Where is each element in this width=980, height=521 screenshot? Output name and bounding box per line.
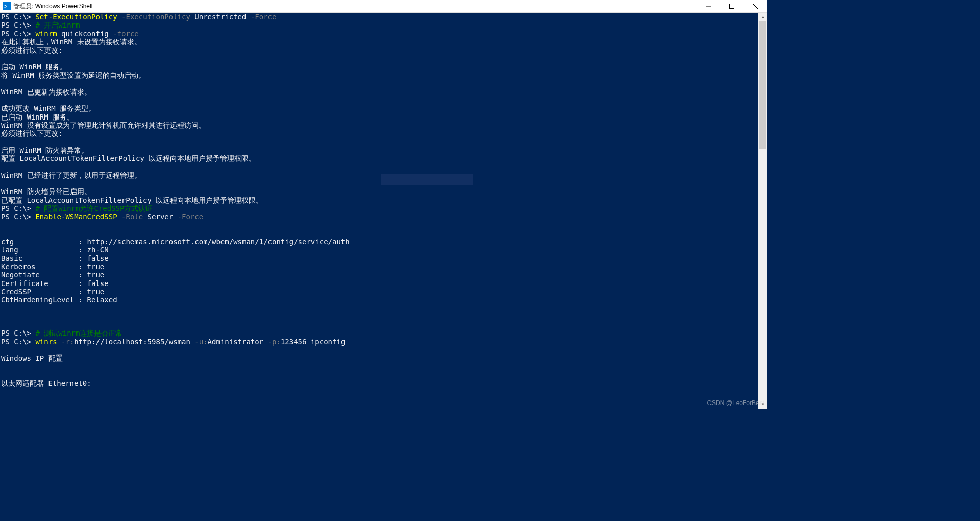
close-button[interactable]	[744, 0, 767, 12]
minimize-button[interactable]	[697, 0, 720, 12]
watermark	[381, 174, 473, 185]
terminal-output[interactable]: PS C:\> Set-ExecutionPolicy -ExecutionPo…	[0, 13, 758, 409]
window-title: 管理员: Windows PowerShell	[13, 2, 697, 11]
svg-rect-1	[730, 4, 734, 9]
window-controls	[697, 0, 767, 12]
scroll-thumb[interactable]	[760, 21, 766, 149]
scroll-up-icon[interactable]: ▲	[758, 13, 767, 21]
maximize-button[interactable]	[720, 0, 744, 12]
titlebar[interactable]: >_ 管理员: Windows PowerShell	[0, 0, 767, 13]
powershell-icon: >_	[3, 2, 11, 10]
scrollbar[interactable]: ▲ ▼	[758, 13, 767, 409]
credit-text: CSDN @LeoForBest	[707, 399, 764, 407]
